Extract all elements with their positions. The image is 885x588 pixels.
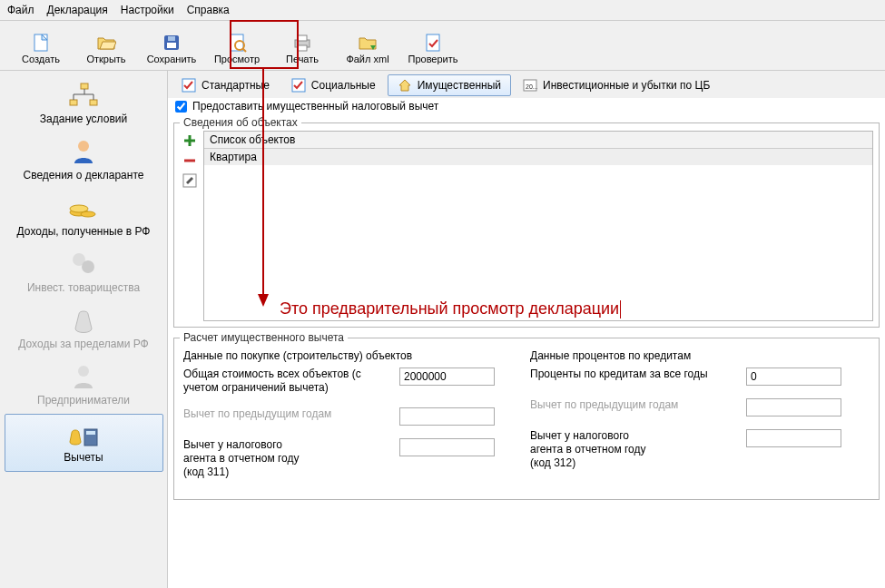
sidebar-item-income-rf[interactable]: Доходы, полученные в РФ xyxy=(5,189,163,245)
total-cost-input[interactable] xyxy=(399,368,495,386)
deduction-tabs: Стандартные Социальные Имущественный 20.… xyxy=(168,71,885,98)
prev-years-input[interactable] xyxy=(399,407,495,426)
sidebar-item-entrepreneurs: Предприниматели xyxy=(5,358,163,414)
house-icon xyxy=(398,78,412,93)
create-button[interactable]: Создать xyxy=(9,24,73,66)
remove-object-button[interactable] xyxy=(182,152,198,169)
svg-rect-26 xyxy=(86,431,95,435)
bag-icon xyxy=(5,305,163,336)
agent-311-label: Вычет у налоговогоагента в отчетном году… xyxy=(183,438,392,479)
menu-settings[interactable]: Настройки xyxy=(121,4,174,16)
checkbox-icon xyxy=(291,78,306,93)
list-item[interactable]: Квартира xyxy=(204,149,872,165)
svg-rect-2 xyxy=(167,43,176,48)
sidebar-item-deductions[interactable]: Вычеты xyxy=(5,414,163,472)
grant-checkbox-label: Предоставить имущественный налоговый выч… xyxy=(192,100,438,113)
folder-open-icon xyxy=(95,32,117,54)
objects-list[interactable]: Список объектов Квартира xyxy=(203,131,873,321)
toolbar: Создать Открыть Сохранить Просмотр Печат… xyxy=(0,21,885,71)
xml-icon xyxy=(357,32,379,54)
sidebar-item-declarant[interactable]: Сведения о декларанте xyxy=(5,132,163,189)
check-icon xyxy=(422,32,444,54)
main-area: Стандартные Социальные Имущественный 20.… xyxy=(168,71,885,588)
save-button[interactable]: Сохранить xyxy=(140,24,203,66)
svg-point-21 xyxy=(81,211,95,217)
objects-legend: Сведения об объектах xyxy=(180,116,301,129)
tab-label: Социальные xyxy=(311,79,376,92)
sidebar-label: Сведения о декларанте xyxy=(24,169,144,181)
sidebar-label: Инвест. товарищества xyxy=(27,281,140,294)
objects-toolbar xyxy=(180,131,200,321)
calc-fieldset: Расчет имущественного вычета Данные по п… xyxy=(173,331,880,500)
businessman-icon xyxy=(5,361,163,392)
check-label: Проверить xyxy=(408,54,457,64)
menu-declaration[interactable]: Декларация xyxy=(47,4,108,16)
sidebar: Задание условий Сведения о декларанте До… xyxy=(0,71,168,588)
coins-icon xyxy=(5,192,163,223)
tab-label: Инвестиционные и убытки по ЦБ xyxy=(543,79,710,92)
annotation-arrow-head xyxy=(258,294,269,307)
checkbox-icon xyxy=(182,78,196,93)
svg-text:20...: 20... xyxy=(526,83,537,90)
agent-312-input[interactable] xyxy=(746,429,841,447)
sidebar-label: Вычеты xyxy=(64,451,103,464)
sidebar-label: Предприниматели xyxy=(37,394,130,407)
svg-rect-0 xyxy=(34,34,47,51)
svg-rect-12 xyxy=(70,100,77,105)
open-button[interactable]: Открыть xyxy=(74,24,138,66)
tab-property[interactable]: Имущественный xyxy=(388,74,511,96)
col-title: Данные по покупке (строительству) объект… xyxy=(183,348,523,368)
svg-rect-8 xyxy=(298,35,307,41)
grant-checkbox[interactable] xyxy=(175,101,187,113)
tab-label: Стандартные xyxy=(202,79,270,92)
annotation-arrow-line xyxy=(262,69,264,296)
print-label: Печать xyxy=(286,54,319,64)
add-object-button[interactable] xyxy=(182,132,198,149)
agent-311-input[interactable] xyxy=(399,438,495,456)
print-button[interactable]: Печать xyxy=(270,24,334,66)
calc-legend: Расчет имущественного вычета xyxy=(180,331,348,344)
tab-invest[interactable]: 20... Инвестиционные и убытки по ЦБ xyxy=(513,74,720,96)
menu-help[interactable]: Справка xyxy=(187,4,230,16)
tab-social[interactable]: Социальные xyxy=(281,74,386,96)
menu-file[interactable]: Файл xyxy=(7,4,34,16)
prev-years-int-label: Вычет по предыдущим годам xyxy=(530,398,739,412)
save-label: Сохранить xyxy=(147,54,197,64)
sidebar-item-income-abroad: Доходы за пределами РФ xyxy=(5,301,163,358)
check-button[interactable]: Проверить xyxy=(401,24,465,66)
svg-rect-3 xyxy=(168,36,175,41)
sidebar-item-invest: Инвест. товарищества xyxy=(5,245,163,301)
conditions-icon xyxy=(5,80,163,111)
annotation-text: Это предварительный просмотр декларации xyxy=(280,299,621,318)
calc-left-column: Данные по покупке (строительству) объект… xyxy=(183,348,523,492)
prev-years-label: Вычет по предыдущим годам xyxy=(183,407,392,421)
menubar: Файл Декларация Настройки Справка xyxy=(0,0,885,21)
prev-years-int-input[interactable] xyxy=(746,398,841,416)
interest-input[interactable] xyxy=(746,368,841,386)
sidebar-item-conditions[interactable]: Задание условий xyxy=(5,76,163,132)
col-title: Данные процентов по кредитам xyxy=(530,348,870,368)
calc-right-column: Данные процентов по кредитам Проценты по… xyxy=(530,348,870,492)
xml-button[interactable]: Файл xml xyxy=(336,24,399,66)
xml-label: Файл xml xyxy=(346,54,388,64)
sidebar-label: Доходы за пределами РФ xyxy=(18,338,148,350)
agent-312-label: Вычет у налоговогоагента в отчетном году… xyxy=(530,429,739,470)
interest-label: Проценты по кредитам за все годы xyxy=(530,368,739,381)
sidebar-label: Задание условий xyxy=(40,113,127,125)
svg-rect-9 xyxy=(298,45,307,51)
svg-rect-11 xyxy=(81,83,88,89)
svg-rect-10 xyxy=(427,34,439,51)
svg-rect-13 xyxy=(90,100,97,105)
objects-fieldset: Сведения об объектах Список объектов Ква… xyxy=(173,116,880,328)
preview-label: Просмотр xyxy=(214,54,260,64)
new-file-icon xyxy=(30,32,52,54)
open-label: Открыть xyxy=(86,54,125,64)
edit-object-button[interactable] xyxy=(182,172,198,189)
print-icon xyxy=(291,32,313,54)
tab-label: Имущественный xyxy=(418,79,501,92)
invest-icon xyxy=(5,249,163,279)
preview-icon xyxy=(226,32,248,54)
person-icon xyxy=(5,136,163,167)
preview-button[interactable]: Просмотр xyxy=(205,24,269,66)
calendar-icon: 20... xyxy=(523,78,537,93)
